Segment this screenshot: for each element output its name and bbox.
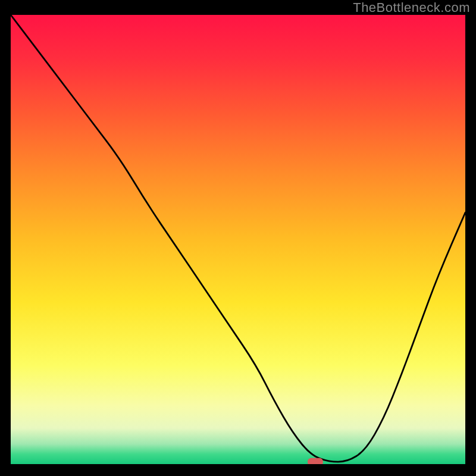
- optimal-marker: [308, 458, 323, 464]
- chart-frame: TheBottleneck.com: [0, 0, 476, 476]
- gradient-rect: [11, 15, 465, 464]
- plot-area: [11, 15, 465, 464]
- attribution-label: TheBottleneck.com: [353, 0, 470, 15]
- plot-svg: [11, 15, 465, 464]
